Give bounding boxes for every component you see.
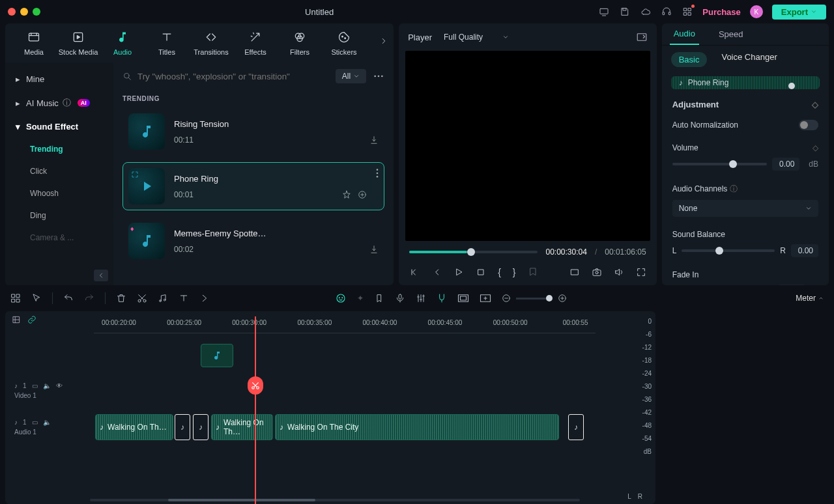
tab-stickers[interactable]: Stickers [322, 30, 366, 56]
zoom-out-icon[interactable] [502, 294, 511, 303]
volume-value[interactable]: 0.00 [772, 158, 799, 171]
export-button[interactable]: Export [772, 5, 826, 20]
play-icon[interactable] [453, 267, 464, 277]
mixer-icon[interactable] [416, 293, 426, 303]
card-menu-icon[interactable] [376, 168, 379, 178]
delete-icon[interactable] [116, 293, 126, 303]
visible-icon[interactable]: 👁 [56, 382, 63, 389]
tab-titles[interactable]: Titles [145, 30, 189, 56]
selected-clip-chip[interactable]: ♪Phone Ring [671, 76, 820, 89]
sidebar-sub-ding[interactable]: Ding [5, 204, 113, 227]
balance-slider[interactable] [682, 249, 775, 252]
compare-icon[interactable] [636, 31, 648, 43]
marker-icon[interactable] [528, 267, 538, 277]
sidebar-item-mine[interactable]: ▸Mine [5, 68, 113, 91]
subtab-basic[interactable]: Basic [671, 52, 708, 67]
audio-card[interactable]: ♦ Memes-Enemy Spotte…00:02 [122, 217, 384, 265]
save-icon[interactable] [619, 6, 631, 18]
clip-handle[interactable]: ♪ [568, 414, 584, 440]
detached-clip[interactable] [201, 344, 233, 367]
layout-icon[interactable] [10, 293, 21, 303]
tab-stock-media[interactable]: Stock Media [56, 30, 100, 56]
favorite-icon[interactable] [342, 190, 351, 199]
ratio-icon[interactable] [457, 294, 469, 303]
tab-filters[interactable]: Filters [278, 30, 322, 56]
more-icon[interactable] [373, 70, 384, 82]
step-back-icon[interactable] [431, 267, 442, 277]
stop-icon[interactable] [476, 267, 486, 277]
device-icon[interactable] [598, 6, 610, 18]
audio-card-selected[interactable]: Phone Ring00:01 [122, 162, 384, 210]
more-tools-icon[interactable] [199, 293, 210, 303]
snapshot-icon[interactable] [592, 267, 602, 277]
text-icon[interactable] [179, 293, 189, 303]
zoom-in-icon[interactable] [558, 294, 567, 303]
time-ruler[interactable]: 00:00:20:00 00:00:25:00 00:00:30:00 00:0… [94, 315, 596, 333]
link-icon[interactable] [27, 315, 36, 324]
auto-norm-toggle[interactable] [799, 120, 818, 130]
video-preview[interactable] [405, 51, 650, 241]
folder-icon[interactable]: ▭ [32, 419, 38, 426]
prop-tab-speed[interactable]: Speed [715, 24, 747, 44]
folder-icon[interactable]: ▭ [32, 382, 38, 389]
meter-toggle[interactable]: Meter [796, 294, 824, 303]
fadein-value[interactable]: 0.00 [778, 285, 805, 285]
tab-audio[interactable]: Audio [100, 30, 145, 56]
audio-clip[interactable]: ♪Walking On The City [275, 414, 559, 440]
fit-icon[interactable] [12, 315, 21, 324]
info-icon[interactable]: ⓘ [730, 184, 738, 193]
undo-icon[interactable] [63, 293, 74, 303]
frame-icon[interactable] [480, 294, 491, 303]
sidebar-item-sound-effect[interactable]: ▾Sound Effect [5, 115, 113, 138]
download-icon[interactable] [369, 135, 379, 145]
user-avatar[interactable]: K [750, 5, 763, 18]
scrub-slider[interactable] [409, 251, 538, 253]
add-icon[interactable] [358, 190, 367, 199]
tab-effects[interactable]: Effects [233, 30, 278, 56]
sparkle-icon[interactable]: ✦ [357, 294, 364, 303]
search-input[interactable] [137, 72, 329, 81]
sidebar-collapse-icon[interactable] [94, 270, 108, 281]
clip-handle[interactable]: ♪ [175, 414, 190, 440]
redo-icon[interactable] [84, 293, 94, 303]
cut-icon[interactable] [137, 293, 147, 303]
apps-icon[interactable] [682, 6, 693, 18]
purchase-link[interactable]: Purchase [702, 7, 741, 17]
mute-icon[interactable]: 🔈 [43, 382, 51, 389]
mark-in-icon[interactable]: { [498, 267, 501, 277]
close-window[interactable] [8, 8, 16, 16]
support-icon[interactable] [661, 6, 672, 18]
channels-select[interactable]: None [672, 200, 818, 217]
playhead[interactable] [255, 316, 256, 504]
snap-icon[interactable] [437, 293, 447, 303]
timeline-hscroll[interactable] [90, 499, 580, 501]
audio-card[interactable]: Rising Tension00:11 [122, 107, 384, 156]
tabs-next-icon[interactable] [379, 36, 388, 46]
beats-icon[interactable] [158, 293, 168, 303]
quality-dropdown[interactable]: Full Quality [444, 33, 509, 42]
mark-out-icon[interactable]: } [513, 267, 516, 277]
cloud-icon[interactable] [640, 6, 652, 18]
ai-icon[interactable] [335, 292, 347, 304]
filter-all-dropdown[interactable]: All [336, 69, 366, 83]
tab-transitions[interactable]: Transitions [189, 30, 233, 56]
sidebar-sub-trending[interactable]: Trending [5, 138, 113, 160]
mic-icon[interactable] [395, 293, 405, 303]
balance-value[interactable]: 0.00 [791, 244, 818, 257]
sidebar-item-ai-music[interactable]: ▸AI Music ⓘAI [5, 91, 113, 115]
split-icon[interactable] [248, 376, 263, 395]
clip-handle[interactable]: ♪ [193, 414, 208, 440]
audio-clip[interactable]: ♪Walking On Th… [95, 414, 173, 440]
mute-icon[interactable]: 🔈 [43, 419, 51, 426]
tab-media[interactable]: Media [12, 30, 56, 56]
volume-slider[interactable] [672, 163, 768, 165]
sidebar-sub-whoosh[interactable]: Whoosh [5, 182, 113, 204]
crop-icon[interactable] [569, 267, 580, 277]
sidebar-sub-camera[interactable]: Camera & ... [5, 227, 113, 249]
prev-frame-icon[interactable] [409, 267, 420, 277]
download-icon[interactable] [369, 245, 379, 254]
keyframe-diamond-icon[interactable]: ◇ [812, 100, 818, 109]
zoom-slider[interactable] [516, 298, 553, 300]
audio-clip[interactable]: ♪Walking On Th… [211, 414, 273, 440]
bookmark-icon[interactable] [374, 293, 384, 303]
